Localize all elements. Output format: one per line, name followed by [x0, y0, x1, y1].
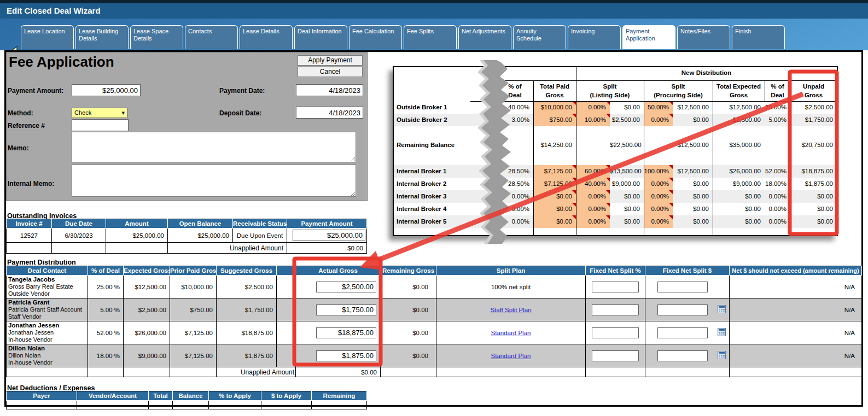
preview-cell-remaining-balance-unpaid: $20,750.00: [790, 139, 837, 151]
tab-invoicing[interactable]: Invoicing: [568, 25, 621, 49]
tab-lease-space-details[interactable]: Lease Space Details: [130, 25, 183, 49]
pd-net-limit-cell: N/A: [730, 276, 862, 298]
preview-cell-outside-broker-1-paid: $10,000.00: [533, 101, 576, 114]
outstanding-invoices-table: Invoice #Due DateAmountOpen BalanceRecei…: [6, 219, 367, 254]
pd-remaining-gross-cell: $0.00: [381, 344, 436, 367]
preview-cell-internal-broker-1-paid: $7,125.00: [533, 165, 576, 178]
apply-payment-button[interactable]: Apply Payment: [298, 55, 363, 66]
tab-lease-details[interactable]: Lease Details: [240, 25, 293, 49]
preview-cell-internal-broker-3-texp: $0.00: [713, 190, 765, 203]
empty-cell: [7, 367, 88, 377]
invoice-payment-amount-input[interactable]: [293, 230, 365, 241]
calculator-icon[interactable]: [718, 328, 726, 336]
empty-cell: [586, 367, 645, 377]
pd-spacer-cell: [277, 276, 296, 298]
tab-annuity-schedule[interactable]: Annuity Schedule: [513, 25, 566, 49]
tab-payment-application[interactable]: Payment Application: [622, 25, 675, 49]
preview-header-split-listing-side: Split (Listing Side): [576, 83, 644, 99]
method-selected-value: Check: [74, 109, 91, 116]
tab-notes-files[interactable]: Notes/Files: [677, 25, 730, 49]
tab-deal-information[interactable]: Deal Information: [294, 25, 347, 49]
fixed-net-split-pct-input-patricia-grant[interactable]: [592, 304, 639, 315]
internal-memo-label: Internal Memo:: [8, 180, 54, 188]
payment-date-label: Payment Date:: [219, 87, 265, 95]
distribution-preview-table: New Distribution% of DealTotal Paid Gros…: [394, 67, 837, 235]
empty-cell: [77, 401, 149, 409]
preview-grid-line: [765, 80, 765, 101]
nd-col-payer: Payer: [7, 391, 77, 401]
pd-fixed-net-split-amt-cell: [645, 298, 730, 321]
reference-number-label: Reference #: [8, 122, 45, 130]
calculator-icon[interactable]: [718, 305, 726, 313]
calculator-icon[interactable]: [718, 351, 726, 359]
tab-finish[interactable]: Finish: [732, 25, 785, 49]
pd-expected-gross-cell: $9,000.00: [124, 344, 170, 367]
invoices-col-open-balance: Open Balance: [168, 219, 233, 228]
split-plan-link-jonathan-jessen[interactable]: Standard Plan: [491, 330, 531, 336]
preview-cell-internal-broker-2-pct2: 18.00%: [765, 178, 790, 190]
actual-gross-input-tangela-jacobs[interactable]: [316, 282, 376, 292]
actual-gross-input-jonathan-jessen[interactable]: [316, 327, 376, 338]
tab-lease-location[interactable]: Lease Location: [21, 25, 74, 49]
invoice-payment-amount-cell: [287, 228, 367, 243]
pd-pct-of-deal-cell: 18.00 %: [88, 344, 124, 367]
reference-number-input[interactable]: [72, 119, 129, 131]
deposit-date-input[interactable]: [296, 107, 363, 119]
fixed-net-split-amt-input-dillon-nolan[interactable]: [657, 350, 708, 361]
preview-cell-internal-broker-4-pct2: 0.00%: [765, 203, 790, 215]
pd-actual-gross-cell: [296, 321, 381, 344]
fixed-net-split-amt-input-tangela-jacobs[interactable]: [657, 282, 708, 292]
preview-cell-internal-broker-1-sla: $13,500.00: [610, 165, 644, 178]
cancel-button[interactable]: Cancel: [298, 67, 363, 77]
fixed-net-split-amt-input-jonathan-jessen[interactable]: [657, 327, 708, 338]
actual-gross-input-patricia-grant[interactable]: [316, 304, 376, 315]
payment-amount-input[interactable]: [72, 84, 141, 96]
actual-gross-input-dillon-nolan[interactable]: [316, 350, 376, 361]
invoice-receivable-status-cell: Due Upon Event: [233, 228, 287, 243]
split-plan-link-dillon-nolan[interactable]: Standard Plan: [491, 353, 531, 359]
tab-net-adjustments[interactable]: Net Adjustments: [458, 25, 511, 49]
method-select[interactable]: Check ▾: [72, 108, 127, 118]
tab-contacts[interactable]: Contacts: [185, 25, 238, 49]
page-title: Edit Closed Deal Wizard: [7, 6, 101, 15]
preview-grid-line: [713, 80, 713, 235]
invoices-col-invoice: Invoice #: [7, 219, 52, 228]
empty-cell: [436, 367, 586, 377]
nd-col-total: Total: [149, 391, 173, 401]
preview-header-unpaid-gross: Unpaid Gross: [790, 83, 837, 99]
preview-cell-internal-broker-1-texp: $26,000.00: [713, 165, 765, 178]
fixed-net-split-amt-input-patricia-grant[interactable]: [657, 304, 708, 315]
tab-fee-calculation[interactable]: Fee Calculation: [349, 25, 402, 49]
memo-textarea[interactable]: [72, 132, 356, 162]
empty-cell: [730, 367, 862, 377]
pd-pct-of-deal-cell: 5.00 %: [88, 298, 124, 321]
split-plan-link-patricia-grant[interactable]: Staff Split Plan: [490, 307, 531, 313]
tab-fee-splits[interactable]: Fee Splits: [404, 25, 457, 49]
preview-cell-internal-broker-3-sla: $0.00: [610, 190, 644, 203]
fixed-net-split-pct-input-dillon-nolan[interactable]: [592, 350, 639, 361]
wizard-tabs: Lease LocationLease Building DetailsLeas…: [21, 25, 785, 49]
preview-cell-internal-broker-5-texp: $0.00: [713, 215, 765, 228]
pd-col-prior-paid-gross: Prior Paid Gross: [170, 266, 217, 276]
tab-lease-building-details[interactable]: Lease Building Details: [75, 25, 129, 49]
preview-header-total-paid-gross: Total Paid Gross: [533, 83, 576, 99]
pd-prior-paid-gross-cell: $750.00: [170, 298, 217, 321]
nd-col-remaining: Remaining: [312, 391, 367, 401]
pd-expected-gross-cell: $2,500.00: [124, 298, 170, 321]
preview-header-split-procuring-side: Split (Procuring Side): [644, 83, 713, 99]
fixed-net-split-pct-input-jonathan-jessen[interactable]: [592, 327, 639, 338]
empty-cell: [149, 401, 173, 409]
preview-cell-outside-broker-2-spa: $0.00: [673, 114, 713, 126]
preview-cell-outside-broker-1-unpaid: $2,500.00: [790, 101, 837, 114]
pd-fixed-net-split-amt-cell: [645, 321, 730, 344]
preview-cell-internal-broker-1-spp: 100.00%: [644, 165, 673, 178]
internal-memo-textarea[interactable]: [72, 165, 356, 197]
pd-fixed-net-split-pct-cell: [586, 276, 645, 298]
invoices-col-payment-amount: Payment Amount: [287, 219, 367, 228]
payment-date-input[interactable]: [296, 84, 363, 96]
fixed-net-split-pct-input-tangela-jacobs[interactable]: [592, 282, 639, 292]
pd-suggested-gross-cell: $1,750.00: [217, 298, 277, 321]
pd-col-deal-contact: Deal Contact: [7, 266, 88, 276]
pd-split-plan-cell: Standard Plan: [436, 321, 586, 344]
preview-cell-internal-broker-4-sla: $0.00: [610, 203, 644, 215]
